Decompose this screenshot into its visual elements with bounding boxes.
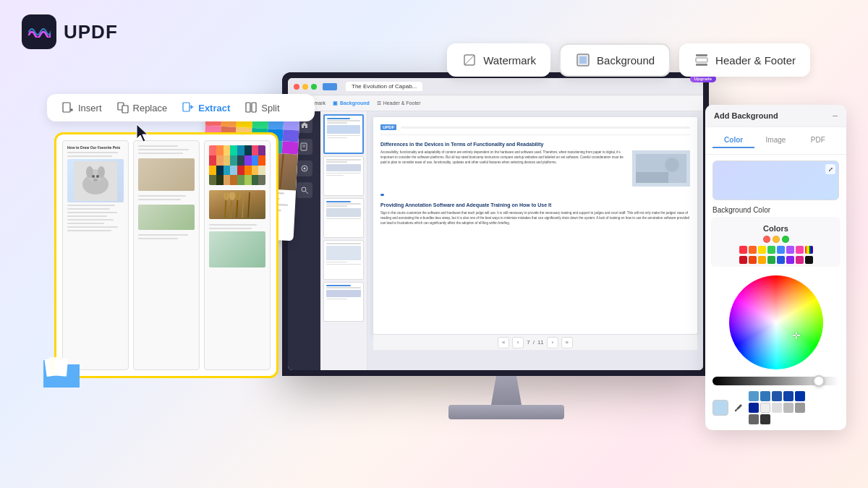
small-swatch-2[interactable] [760,391,770,401]
svg-line-27 [248,192,250,218]
monitor-bezel: The Evolution of Capab... Upgrade ⬚ Wate… [282,72,709,376]
svg-point-28 [224,192,229,200]
small-swatch-11[interactable] [749,414,759,424]
color-yellow-circle[interactable] [773,236,780,243]
monitor-stand-base [448,405,564,419]
panel-tab-pdf[interactable]: PDF [797,133,839,148]
swatch-amber[interactable] [758,256,766,264]
swatch-darkgreen[interactable] [767,256,775,264]
small-swatch-4[interactable] [783,391,793,401]
monitor-doc-logo: UPDF [380,124,396,130]
svg-rect-5 [696,64,707,66]
watermark-pill[interactable]: Watermark [447,43,550,77]
panel-minimize-icon[interactable]: – [833,111,838,121]
split-label: Split [261,103,279,114]
app-name: UPDF [64,21,118,43]
color-green-circle[interactable] [782,236,789,243]
swatch-blue[interactable] [777,246,785,254]
swatch-darkblue[interactable] [777,256,785,264]
page-navigation: « ‹ 7 / 11 › » [373,334,697,350]
swatch-darkred[interactable] [739,256,747,264]
insert-icon [61,101,75,114]
svg-point-30 [235,192,241,200]
swatch-rainbow[interactable] [805,246,813,254]
current-page: 7 [527,339,529,346]
maximize-dot [311,84,317,90]
minimize-dot [302,84,308,90]
monitor-thumb-1[interactable] [323,114,364,154]
extract-btn[interactable]: Extract [182,101,230,114]
insert-btn[interactable]: Insert [61,101,102,114]
pdf-page-3[interactable] [204,140,271,370]
swatch-red[interactable] [739,246,747,254]
small-swatch-1[interactable] [749,391,759,401]
swatch-pink[interactable] [796,246,804,254]
svg-rect-14 [252,103,256,112]
panel-tabs: Color Image PDF [705,127,846,155]
small-swatch-9[interactable] [783,403,793,413]
svg-rect-34 [54,358,68,376]
first-page-btn[interactable]: « [498,337,509,348]
swatch-purple[interactable] [786,246,794,254]
small-swatch-6[interactable] [749,403,759,413]
small-swatch-3[interactable] [772,391,782,401]
large-swatch-1[interactable] [712,400,728,416]
svg-point-51 [302,187,306,192]
brightness-thumb[interactable] [813,375,825,387]
extract-label: Extract [198,103,230,114]
svg-line-1 [464,55,475,65]
small-swatch-8[interactable] [772,403,782,413]
colors-section-label: Colors [715,221,836,236]
svg-rect-12 [183,103,190,111]
swatch-darkorange[interactable] [749,256,757,264]
pdf-page-1[interactable]: How to Draw Our Favorite Pets [62,140,129,370]
last-page-btn[interactable]: » [561,337,573,348]
background-color-label: Background Color [705,206,846,217]
small-swatch-7[interactable] [760,403,770,413]
color-wheel[interactable]: ✛ [729,275,823,369]
monitor-thumb-5[interactable] [323,282,364,322]
total-pages: 11 [537,339,544,346]
upgrade-badge[interactable]: Upgrade [690,78,703,82]
swatch-green[interactable] [767,246,775,254]
article-image-1 [632,150,690,187]
page-title-1: How to Draw Our Favorite Pets [67,145,124,150]
header-footer-pill[interactable]: Header & Footer [679,43,810,77]
swatch-yellow[interactable] [758,246,766,254]
monitor-main: UPDF Differences in the Devices in Terms… [288,111,703,370]
article-title-2: Providing Annotation Software and Adequa… [380,202,690,208]
next-page-btn[interactable]: › [547,337,558,348]
expand-button[interactable]: ⤢ [825,164,835,174]
monitor-toolbar: ⬚ Watermark ▣ Background ☰ Header & Foot… [288,95,703,111]
monitor-thumb-4[interactable] [323,240,364,280]
swatch-black[interactable] [805,256,813,264]
replace-icon [116,101,129,114]
page-image-1 [67,159,124,202]
panel-tab-image[interactable]: Image [754,133,796,148]
svg-line-26 [242,192,244,218]
pdf-toolbar: Insert Replace Extract Split [47,94,315,121]
monitor-thumb-2[interactable] [323,156,364,196]
app-header: UPDF [22,14,118,49]
small-swatch-12[interactable] [760,414,770,424]
color-red-circle[interactable] [763,236,770,243]
split-btn[interactable]: Split [244,101,279,114]
small-swatch-10[interactable] [795,403,805,413]
svg-rect-4 [696,54,707,56]
monitor-headerfooter-tab[interactable]: ☰ Header & Footer [377,100,421,106]
titlebar-logo [323,83,337,90]
monitor-thumb-3[interactable] [323,198,364,238]
replace-btn[interactable]: Replace [116,101,168,114]
panel-tab-color[interactable]: Color [712,133,754,148]
monitor: The Evolution of Capab... Upgrade ⬚ Wate… [282,72,731,427]
prev-page-btn[interactable]: ‹ [512,337,524,348]
swatch-darkpurple[interactable] [786,256,794,264]
pdf-page-2[interactable] [133,140,200,370]
eyedropper-button[interactable] [731,400,746,416]
swatch-orange[interactable] [749,246,757,254]
background-pill[interactable]: Background [559,43,671,77]
swatch-darkpink[interactable] [796,256,804,264]
brightness-slider[interactable] [712,377,839,385]
monitor-background-tab[interactable]: ▣ Background [333,100,370,106]
small-swatch-5[interactable] [795,391,805,401]
